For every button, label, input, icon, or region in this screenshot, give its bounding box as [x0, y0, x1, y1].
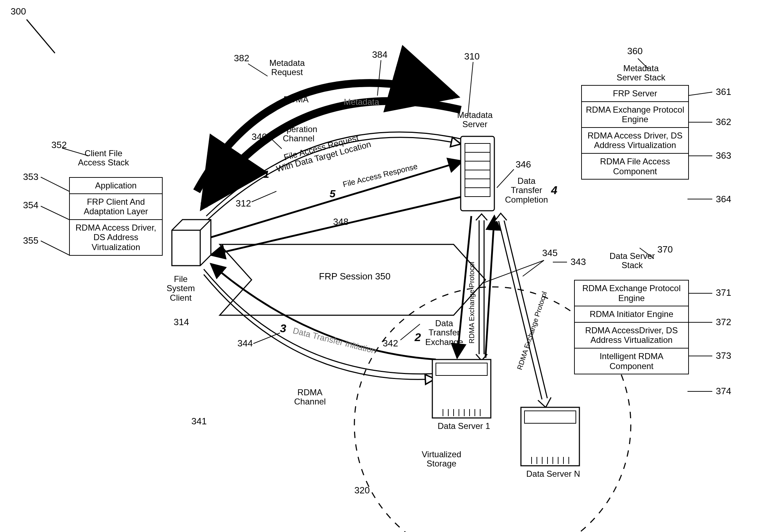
client-stack-row-0: Application	[70, 178, 162, 193]
metadata-server-stack: FRP Server RDMA Exchange Protocol Engine…	[581, 85, 689, 180]
label-rdma: RDMA	[283, 95, 309, 104]
metadata-stack-row-3: RDMA File Access Component	[582, 153, 688, 179]
label-rdma-exchange-protocol-1: RDMA Exchange Protocol	[468, 262, 476, 344]
metadata-stack-row-0: FRP Server	[582, 86, 688, 101]
ref-373: 373	[716, 351, 731, 361]
ref-312: 312	[236, 198, 251, 209]
svg-line-60	[253, 333, 280, 344]
ref-372: 372	[716, 317, 731, 327]
label-operation-channel: Operation Channel	[280, 125, 317, 143]
label-data-transfer-exchange: Data Transfer Exchange	[425, 319, 463, 347]
svg-line-39	[41, 206, 69, 220]
ref-360: 360	[627, 46, 642, 56]
ref-340: 340	[252, 132, 267, 142]
ref-362: 362	[716, 117, 731, 127]
label-metadata-request: Metadata Request	[269, 58, 305, 77]
data-stack-row-1: RDMA Initiator Engine	[575, 306, 688, 322]
svg-rect-6	[461, 136, 494, 211]
svg-line-56	[523, 260, 544, 276]
ref-341: 341	[191, 416, 207, 426]
svg-line-54	[252, 191, 276, 202]
ref-384: 384	[372, 50, 387, 60]
ref-353: 353	[23, 172, 38, 182]
ref-371: 371	[716, 288, 731, 298]
ref-344: 344	[237, 338, 253, 349]
ref-314: 314	[174, 317, 189, 327]
client-file-access-stack: Application FRP Client And Adaptation La…	[69, 177, 163, 256]
metadata-stack-row-2: RDMA Access Driver, DS Address Virtualiz…	[582, 127, 688, 153]
ref-300: 300	[11, 6, 26, 17]
metadata-stack-row-1: RDMA Exchange Protocol Engine	[582, 101, 688, 127]
label-virtualized-storage: Virtualized Storage	[422, 450, 461, 469]
ref-345: 345	[542, 248, 557, 258]
data-stack-row-3: Intelligent RDMA Component	[575, 348, 688, 374]
ref-355: 355	[23, 236, 38, 246]
client-stack-row-1: FRP Client And Adaptation Layer	[70, 193, 162, 219]
frp-session-box: FRP Session 350	[319, 271, 391, 282]
ref-310: 310	[464, 51, 479, 62]
svg-line-49	[248, 64, 268, 76]
step-2: 2	[415, 331, 421, 344]
svg-line-51	[468, 62, 473, 117]
ref-320: 320	[354, 485, 370, 496]
ref-346: 346	[516, 159, 531, 170]
label-metadata-under-arc: Metadata	[344, 97, 379, 107]
svg-line-50	[377, 60, 381, 96]
label-file-system-client: File System Client	[167, 275, 195, 302]
step-4: 4	[551, 184, 557, 197]
diagram-canvas: 300 382 Metadata Request 384 Metadata 31…	[0, 0, 758, 532]
svg-line-0	[27, 19, 55, 53]
svg-line-38	[41, 177, 69, 191]
svg-line-41	[687, 92, 712, 96]
label-metadata-stack-title: Metadata Server Stack	[617, 64, 665, 83]
label-rdma-channel: RDMA Channel	[294, 388, 326, 407]
ref-374: 374	[716, 386, 731, 396]
step-3: 3	[280, 322, 286, 335]
step-5: 5	[330, 188, 336, 199]
ref-343: 343	[571, 257, 586, 267]
ref-352: 352	[51, 140, 67, 150]
client-stack-row-2: RDMA Access Driver, DS Address Virtualiz…	[70, 219, 162, 255]
data-stack-row-0: RDMA Exchange Protocol Engine	[575, 281, 688, 306]
step-1: 1	[263, 168, 269, 180]
svg-rect-13	[432, 360, 491, 418]
svg-marker-33	[172, 220, 211, 266]
data-stack-row-2: RDMA AccessDriver, DS Address Virtualiza…	[575, 322, 688, 348]
svg-rect-23	[521, 407, 579, 466]
ref-361: 361	[716, 87, 731, 97]
ref-342: 342	[383, 338, 398, 349]
label-data-stack-title: Data Server Stack	[610, 251, 655, 270]
data-server-stack: RDMA Exchange Protocol Engine RDMA Initi…	[574, 280, 689, 374]
ref-382: 382	[234, 53, 249, 63]
label-data-transfer-completion: Data Transfer Completion	[505, 176, 548, 204]
ref-348: 348	[333, 217, 348, 227]
label-client-stack-title: Client File Access Stack	[78, 149, 129, 168]
ref-364: 364	[716, 194, 731, 204]
label-metadata-server: Metadata Server	[457, 111, 493, 129]
label-data-server-n: Data Server N	[526, 469, 580, 479]
ref-363: 363	[716, 151, 731, 161]
label-data-server-1: Data Server 1	[438, 421, 490, 431]
svg-line-40	[41, 241, 69, 255]
ref-354: 354	[23, 200, 38, 210]
ref-370: 370	[657, 244, 673, 255]
